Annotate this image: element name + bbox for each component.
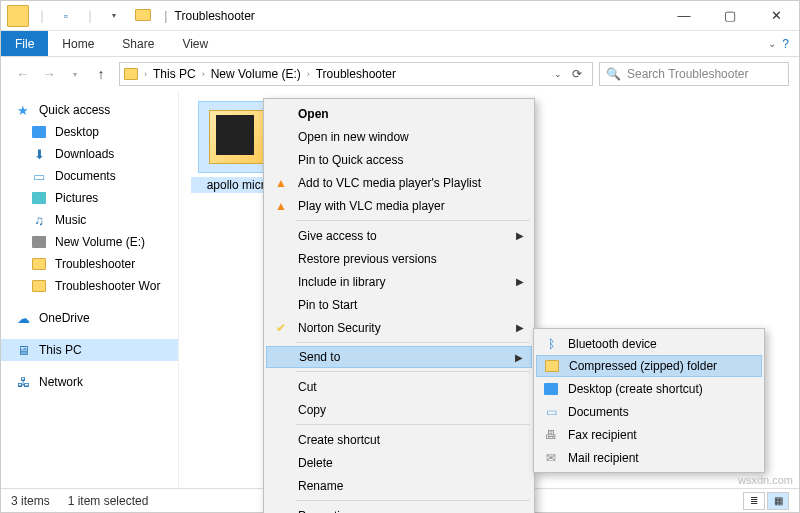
ctx-cut[interactable]: Cut [266,375,532,398]
drive-icon [31,234,47,250]
ribbon-tabs: File Home Share View ⌄ ? [1,31,799,57]
mail-icon: ✉ [542,449,560,467]
sidebar-item-documents[interactable]: ▭Documents [1,165,178,187]
sendto-fax[interactable]: 🖷Fax recipient [536,423,762,446]
ctx-create-shortcut[interactable]: Create shortcut [266,428,532,451]
ctx-rename[interactable]: Rename [266,474,532,497]
search-icon: 🔍 [606,67,621,81]
watermark: wsxdn.com [738,474,793,486]
chevron-right-icon: ▶ [516,230,524,241]
search-input[interactable]: 🔍 Search Troubleshooter [599,62,789,86]
crumb-this-pc[interactable]: This PC [153,67,196,81]
sidebar-item-troubleshooter[interactable]: Troubleshooter [1,253,178,275]
status-selected-count: 1 item selected [68,494,149,508]
close-button[interactable]: ✕ [753,1,799,31]
ctx-open[interactable]: Open [266,102,532,125]
separator [296,424,530,425]
sidebar-onedrive[interactable]: ☁OneDrive [1,307,178,329]
ctx-open-new-window[interactable]: Open in new window [266,125,532,148]
qat-dropdown-icon[interactable]: ▾ [103,5,125,27]
sidebar-item-music[interactable]: ♫Music [1,209,178,231]
quick-access-toolbar: | ▫ | ▾ [1,5,131,27]
sidebar-item-desktop[interactable]: Desktop [1,121,178,143]
tab-view[interactable]: View [168,31,222,56]
ctx-restore-versions[interactable]: Restore previous versions [266,247,532,270]
chevron-right-icon: ▶ [516,276,524,287]
ctx-pin-quick-access[interactable]: Pin to Quick access [266,148,532,171]
recent-dropdown-icon[interactable]: ▾ [63,62,87,86]
sendto-mail[interactable]: ✉Mail recipient [536,446,762,469]
vlc-icon: ▲ [272,174,290,192]
separator [296,500,530,501]
separator [296,220,530,221]
star-icon: ★ [15,102,31,118]
tab-share[interactable]: Share [108,31,168,56]
downloads-icon: ⬇ [31,146,47,162]
ctx-vlc-play[interactable]: ▲Play with VLC media player [266,194,532,217]
crumb-folder[interactable]: Troubleshooter [316,67,396,81]
sidebar-item-downloads[interactable]: ⬇Downloads [1,143,178,165]
music-icon: ♫ [31,212,47,228]
search-placeholder: Search Troubleshooter [627,67,748,81]
sidebar-item-volume[interactable]: New Volume (E:) [1,231,178,253]
folder-alt-icon [7,5,29,27]
properties-icon[interactable]: ▫ [55,5,77,27]
folder-icon [124,68,138,80]
status-item-count: 3 items [11,494,50,508]
chevron-right-icon: ▶ [516,322,524,333]
ctx-include-library[interactable]: Include in library▶ [266,270,532,293]
forward-button[interactable]: → [37,62,61,86]
sidebar-this-pc[interactable]: 🖥This PC [1,339,178,361]
chevron-right-icon: ▶ [515,352,523,363]
sendto-desktop-shortcut[interactable]: Desktop (create shortcut) [536,377,762,400]
maximize-button[interactable]: ▢ [707,1,753,31]
sendto-bluetooth[interactable]: ᛒBluetooth device [536,332,762,355]
desktop-icon [31,124,47,140]
bluetooth-icon: ᛒ [542,335,560,353]
up-button[interactable]: ↑ [89,62,113,86]
address-bar[interactable]: › This PC › New Volume (E:) › Troublesho… [119,62,593,86]
view-details-button[interactable]: ≣ [743,492,765,510]
sendto-documents[interactable]: ▭Documents [536,400,762,423]
pictures-icon [31,190,47,206]
context-menu: Open Open in new window Pin to Quick acc… [263,98,535,513]
separator [296,371,530,372]
crumb-volume[interactable]: New Volume (E:) [211,67,301,81]
refresh-icon[interactable]: ⟳ [566,67,588,81]
sidebar-network[interactable]: 🖧Network [1,371,178,393]
ribbon-expand-icon[interactable]: ⌄ [768,38,776,49]
tab-file[interactable]: File [1,31,48,56]
qat-separator: | [79,5,101,27]
ctx-copy[interactable]: Copy [266,398,532,421]
back-button[interactable]: ← [11,62,35,86]
separator [296,342,530,343]
sidebar-quick-access[interactable]: ★ Quick access [1,99,178,121]
window-title: | Troubleshooter [131,9,661,23]
view-thumbnails-button[interactable]: ▦ [767,492,789,510]
onedrive-icon: ☁ [15,310,31,326]
network-icon: 🖧 [15,374,31,390]
navigation-bar: ← → ▾ ↑ › This PC › New Volume (E:) › Tr… [1,57,799,91]
ctx-properties[interactable]: Properties [266,504,532,513]
zip-folder-icon [543,357,561,375]
address-dropdown-icon[interactable]: ⌄ [554,69,562,79]
help-icon[interactable]: ? [782,37,789,51]
documents-icon: ▭ [542,403,560,421]
ctx-pin-start[interactable]: Pin to Start [266,293,532,316]
folder-icon [135,9,151,21]
ctx-send-to[interactable]: Send to▶ [266,346,532,368]
ctx-delete[interactable]: Delete [266,451,532,474]
ctx-vlc-add[interactable]: ▲Add to VLC media player's Playlist [266,171,532,194]
sidebar-item-pictures[interactable]: Pictures [1,187,178,209]
titlebar: | ▫ | ▾ | Troubleshooter — ▢ ✕ [1,1,799,31]
ctx-norton-security[interactable]: ✔Norton Security▶ [266,316,532,339]
tab-home[interactable]: Home [48,31,108,56]
navigation-pane: ★ Quick access Desktop ⬇Downloads ▭Docum… [1,91,179,488]
fax-icon: 🖷 [542,426,560,444]
sendto-submenu: ᛒBluetooth device Compressed (zipped) fo… [533,328,765,473]
ctx-give-access[interactable]: Give access to▶ [266,224,532,247]
sidebar-item-troubleshooter-wor[interactable]: Troubleshooter Wor [1,275,178,297]
sendto-compressed-zipped[interactable]: Compressed (zipped) folder [536,355,762,377]
minimize-button[interactable]: — [661,1,707,31]
documents-icon: ▭ [31,168,47,184]
